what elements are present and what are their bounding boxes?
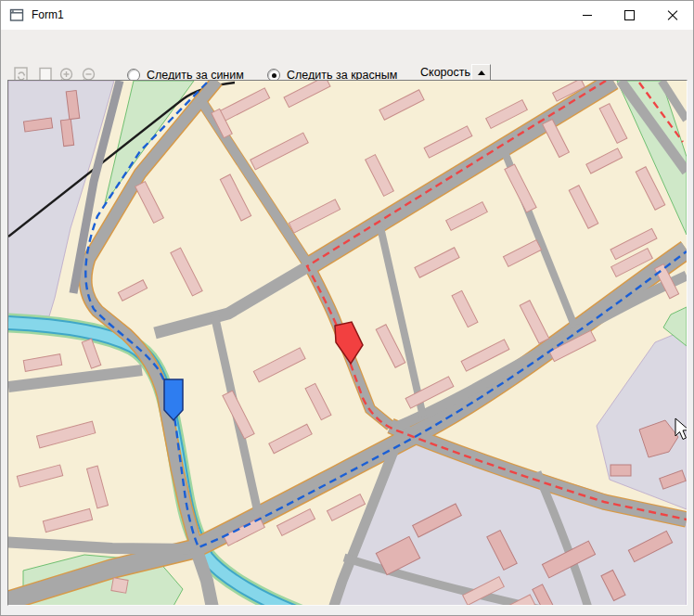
radio-checked-dot [272,73,276,78]
arrow-up-icon [478,71,485,75]
maximize-icon [624,10,635,20]
title-bar[interactable]: Form1 [1,1,693,30]
map-canvas[interactable] [8,81,687,605]
speed-up-button[interactable] [471,64,491,81]
close-button[interactable] [651,1,693,30]
map-panel [7,80,688,606]
window-title: Form1 [32,1,64,30]
form-icon [9,7,25,23]
app-window: Form1 Следить за синим [0,0,694,616]
close-icon [667,10,678,21]
minimize-button[interactable] [566,1,608,30]
maximize-button[interactable] [609,1,650,30]
speed-label: Скорость [420,66,470,79]
toolbar: Следить за синим Следить за красным Скор… [1,30,693,80]
minimize-icon [583,15,592,16]
marker-blue [164,379,183,420]
